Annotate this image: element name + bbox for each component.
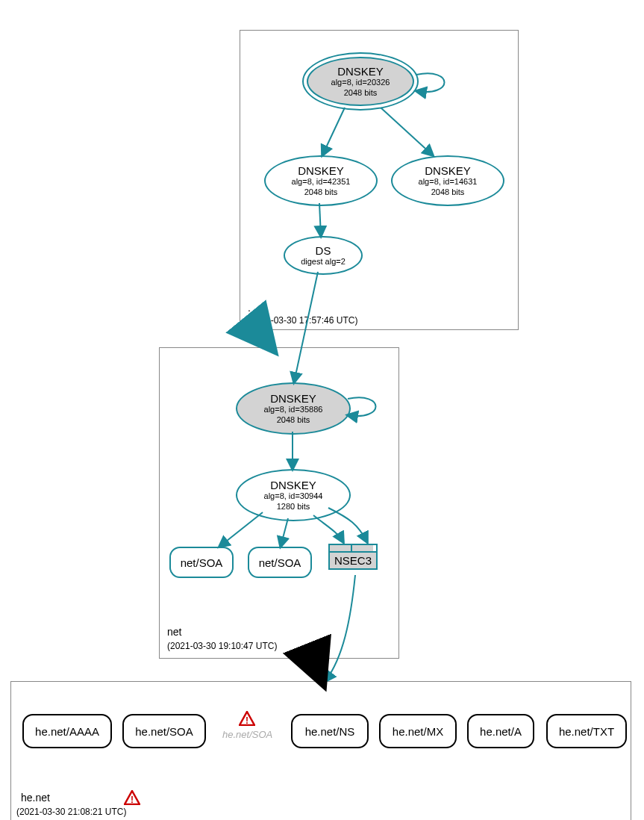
net-soa-1: net/SOA <box>169 547 234 578</box>
net-soa-2-label: net/SOA <box>259 556 301 569</box>
zone-henet-ts: (2021-03-30 21:08:21 UTC) <box>16 807 126 817</box>
henet-rec-1: he.net/SOA <box>135 725 193 738</box>
henet-aaaa: he.net/AAAA <box>22 714 112 748</box>
zone-root-ts: (2021-03-30 17:57:46 UTC) <box>248 315 357 326</box>
root-zsk2-title: DNSKEY <box>425 164 471 177</box>
net-ksk-l2: 2048 bits <box>277 415 310 425</box>
root-ksk-l2: 2048 bits <box>344 88 378 98</box>
warning-icon-zone: ! <box>124 790 140 808</box>
henet-rec-0: he.net/AAAA <box>35 725 99 738</box>
svg-text:!: ! <box>131 795 134 805</box>
zone-net-ts: (2021-03-30 19:10:47 UTC) <box>167 641 277 651</box>
root-ksk-l1: alg=8, id=20326 <box>331 78 390 87</box>
zone-henet <box>10 681 631 820</box>
henet-rec-4: he.net/A <box>480 725 522 738</box>
net-zsk-l1: alg=8, id=30944 <box>264 491 323 501</box>
svg-text:!: ! <box>246 715 248 726</box>
root-zsk1-l1: alg=8, id=42351 <box>292 177 351 187</box>
henet-txt: he.net/TXT <box>546 714 627 748</box>
net-ksk-title: DNSKEY <box>270 392 316 405</box>
root-zsk2: DNSKEY alg=8, id=14631 2048 bits <box>391 155 504 206</box>
henet-rec-3: he.net/MX <box>393 725 443 738</box>
henet-a: he.net/A <box>467 714 534 748</box>
root-zsk2-l1: alg=8, id=14631 <box>419 177 478 187</box>
root-zsk1: DNSKEY alg=8, id=42351 2048 bits <box>264 155 378 206</box>
root-zsk1-l2: 2048 bits <box>304 187 338 197</box>
root-zsk1-title: DNSKEY <box>298 164 344 177</box>
henet-rec-5: he.net/TXT <box>559 725 614 738</box>
net-zsk: DNSKEY alg=8, id=30944 1280 bits <box>236 469 351 521</box>
henet-soa-faded: he.net/SOA <box>222 729 272 740</box>
warning-icon-soa: ! <box>239 711 255 729</box>
net-ksk-l1: alg=8, id=35886 <box>264 405 323 414</box>
henet-ns: he.net/NS <box>291 714 369 748</box>
root-ksk-title: DNSKEY <box>337 65 384 78</box>
net-nsec3: NSEC3 <box>328 544 378 570</box>
zone-root-label: . <box>248 302 251 314</box>
zone-net-label: net <box>167 626 181 638</box>
ds-title: DS <box>316 244 331 257</box>
root-zsk2-l2: 2048 bits <box>431 187 465 197</box>
net-zsk-title: DNSKEY <box>270 479 316 491</box>
root-ds: DS digest alg=2 <box>284 236 363 275</box>
nsec3-label: NSEC3 <box>334 554 372 567</box>
ds-l1: digest alg=2 <box>301 257 346 267</box>
root-ksk: DNSKEY alg=8, id=20326 2048 bits <box>302 52 419 111</box>
net-zsk-l2: 1280 bits <box>277 502 310 512</box>
net-ksk: DNSKEY alg=8, id=35886 2048 bits <box>236 382 351 435</box>
net-soa-1-label: net/SOA <box>181 556 223 569</box>
zone-henet-label: he.net <box>21 792 50 804</box>
henet-soa: he.net/SOA <box>122 714 206 748</box>
net-soa-2: net/SOA <box>248 547 312 578</box>
henet-mx: he.net/MX <box>379 714 457 748</box>
henet-rec-2: he.net/NS <box>305 725 355 738</box>
